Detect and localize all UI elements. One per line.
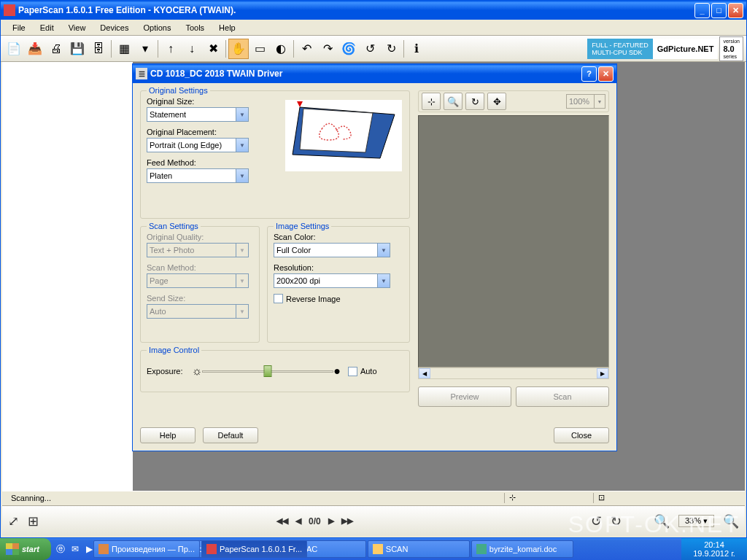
- fit-page-icon[interactable]: ⊞: [28, 513, 39, 529]
- scroll-left-icon[interactable]: ◀: [419, 368, 430, 378]
- image-control-group: Image Control Exposure: ☼ ● Auto: [140, 350, 410, 392]
- status-marker-2: ⊡: [594, 493, 609, 502]
- fast-rewind-icon[interactable]: ◀◀: [276, 516, 288, 526]
- placement-illustration: [285, 100, 402, 171]
- close-dialog-button[interactable]: Close: [554, 427, 609, 443]
- save-all-icon[interactable]: 🗄: [88, 39, 109, 59]
- exposure-slider[interactable]: [202, 364, 333, 378]
- rotate-left-icon[interactable]: ↶: [296, 39, 317, 59]
- window-title: PaperScan 1.6.0.1 Free Edition - KYOCERA…: [18, 5, 694, 15]
- filter-icon[interactable]: 🌀: [338, 39, 359, 59]
- zoom-out-icon[interactable]: 🔍: [654, 513, 670, 529]
- feed-method-select[interactable]: Platen▼: [147, 168, 249, 183]
- task-item[interactable]: byrzite_komari.doc: [471, 540, 573, 558]
- scan-button[interactable]: Scan: [516, 386, 609, 407]
- menu-file[interactable]: File: [5, 22, 33, 34]
- fast-forward-icon[interactable]: ▶▶: [341, 516, 353, 526]
- task-item[interactable]: Произведения — Пр...: [93, 540, 200, 558]
- move-down-icon[interactable]: ↓: [182, 39, 202, 59]
- quality-label: Original Quality:: [147, 233, 253, 241]
- preview-button[interactable]: Preview: [418, 386, 511, 407]
- chevron-down-icon: ▼: [236, 244, 248, 257]
- import-icon[interactable]: 📥: [25, 39, 45, 59]
- hand-tool-icon[interactable]: ✋: [228, 39, 249, 59]
- chevron-down-icon: ▼: [236, 108, 248, 121]
- undo-icon[interactable]: ↺: [360, 39, 380, 59]
- original-size-select[interactable]: Statement▼: [147, 107, 249, 122]
- send-size-label: Send Size:: [147, 294, 253, 303]
- select-rect-icon[interactable]: ▭: [249, 39, 270, 59]
- resolution-select[interactable]: 200x200 dpi▼: [274, 273, 390, 288]
- redo-icon[interactable]: ↻: [381, 39, 401, 59]
- windows-logo-icon: [6, 543, 19, 555]
- menu-edit[interactable]: Edit: [33, 22, 61, 34]
- scan-color-select[interactable]: Full Color▼: [274, 243, 390, 257]
- auto-exposure-checkbox[interactable]: Auto: [348, 367, 377, 376]
- preview-scrollbar[interactable]: ◀ ▶: [418, 368, 609, 379]
- menu-help[interactable]: Help: [212, 22, 243, 34]
- toolbar: 📄 📥 🖨 💾 🗄 ▦ ▾ ↑ ↓ ✖ ✋ ▭ ◐ ↶ ↷ 🌀 ↺ ↻ ℹ FU…: [1, 36, 746, 62]
- minimize-button[interactable]: _: [694, 3, 710, 18]
- chevron-down-icon: ▼: [377, 274, 390, 287]
- menu-tools[interactable]: Tools: [178, 22, 212, 34]
- crop-icon[interactable]: ⊹: [422, 93, 441, 110]
- help-button[interactable]: Help: [140, 427, 196, 443]
- dialog-close-button[interactable]: ✕: [598, 66, 614, 82]
- zoom-level[interactable]: 33% ▾: [678, 515, 714, 527]
- scan-method-select: Page▼: [147, 273, 249, 288]
- move-up-icon[interactable]: ↑: [160, 39, 181, 59]
- scroll-right-icon[interactable]: ▶: [597, 368, 608, 378]
- ad-banner[interactable]: FULL - FEATUREDMULTI-CPU SDK GdPicture.N…: [587, 39, 743, 59]
- scan-color-label: Scan Color:: [274, 233, 403, 241]
- prev-page-icon[interactable]: ◀: [295, 516, 301, 526]
- menu-devices[interactable]: Devices: [93, 22, 136, 34]
- scan-method-label: Scan Method:: [147, 263, 253, 272]
- rotate-ccw-icon[interactable]: ↺: [591, 513, 602, 529]
- ad-version: version8.0series: [719, 36, 743, 61]
- acquire-icon[interactable]: 📄: [4, 39, 24, 59]
- dropdown-icon[interactable]: ▾: [135, 39, 155, 59]
- main-titlebar: PaperScan 1.6.0.1 Free Edition - KYOCERA…: [1, 1, 746, 20]
- rotate-right-icon[interactable]: ↷: [317, 39, 338, 59]
- chevron-down-icon: ▼: [236, 139, 248, 152]
- maximize-button[interactable]: □: [711, 3, 727, 18]
- delete-icon[interactable]: ✖: [203, 39, 223, 59]
- reverse-image-checkbox[interactable]: Reverse Image: [274, 294, 403, 303]
- resolution-label: Resolution:: [274, 263, 403, 272]
- zoom-icon[interactable]: 🔍: [444, 93, 462, 110]
- task-item[interactable]: SCAN: [368, 540, 470, 558]
- zoom-in-icon[interactable]: 🔍: [723, 513, 739, 529]
- quality-select: Text + Photo▼: [147, 243, 249, 257]
- system-tray[interactable]: 20:14 19.9.2012 г.: [681, 538, 747, 560]
- original-settings-legend: Original Settings: [147, 86, 210, 95]
- save-icon[interactable]: 💾: [67, 39, 88, 59]
- outlook-icon[interactable]: ✉: [69, 542, 82, 556]
- ie-icon[interactable]: ⓔ: [54, 542, 67, 556]
- menu-options[interactable]: Options: [136, 22, 178, 34]
- dialog-titlebar: ☰ CD 1018_DC 2018 TWAIN Driver ? ✕: [133, 64, 616, 83]
- chevron-down-icon: ▼: [236, 274, 248, 287]
- rotate-icon[interactable]: ↻: [465, 93, 484, 110]
- scan-settings-legend: Scan Settings: [147, 222, 201, 230]
- next-page-icon[interactable]: ▶: [328, 516, 334, 526]
- menu-view[interactable]: View: [61, 22, 93, 34]
- checkbox-box: [348, 367, 357, 376]
- preview-zoom-select[interactable]: 100%▼: [566, 94, 605, 109]
- move-icon[interactable]: ✥: [487, 93, 506, 110]
- fit-width-icon[interactable]: ⤢: [8, 513, 19, 529]
- task-item-active[interactable]: PaperScan 1.6.0.1 Fr...: [201, 540, 307, 558]
- dialog-help-button[interactable]: ?: [581, 66, 597, 82]
- original-placement-select[interactable]: Portrait (Long Edge)▼: [147, 138, 249, 152]
- chevron-down-icon: ▼: [236, 305, 248, 318]
- rotate-cw-icon[interactable]: ↻: [611, 513, 622, 529]
- slider-thumb[interactable]: [264, 365, 272, 377]
- tray-time: 20:14: [704, 540, 724, 549]
- thumbnails-icon[interactable]: ▦: [114, 39, 134, 59]
- info-icon[interactable]: ℹ: [406, 39, 427, 59]
- ad-right: GdPicture.NET: [653, 39, 719, 59]
- print-icon[interactable]: 🖨: [46, 39, 66, 59]
- select-lasso-icon[interactable]: ◐: [271, 39, 291, 59]
- default-button[interactable]: Default: [203, 427, 258, 443]
- close-button[interactable]: ✕: [728, 3, 743, 18]
- start-button[interactable]: start: [0, 538, 51, 560]
